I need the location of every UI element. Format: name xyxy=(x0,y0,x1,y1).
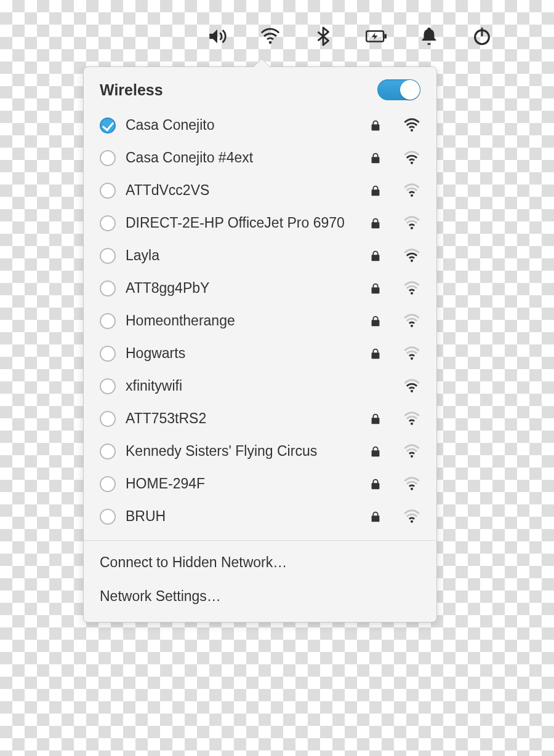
popover-pointer xyxy=(254,59,270,67)
lock-icon xyxy=(369,314,382,328)
signal-icon xyxy=(403,183,420,197)
svg-point-6 xyxy=(411,162,413,164)
signal-icon xyxy=(403,118,420,132)
svg-point-5 xyxy=(411,129,413,132)
lock-icon xyxy=(369,184,382,197)
radio-icon[interactable] xyxy=(100,248,116,264)
signal-icon xyxy=(403,151,420,165)
radio-icon[interactable] xyxy=(100,183,116,199)
svg-rect-2 xyxy=(384,34,387,38)
network-row[interactable]: Homeontherange xyxy=(84,304,436,337)
signal-icon xyxy=(403,477,420,491)
connect-hidden-network[interactable]: Connect to Hidden Network… xyxy=(84,546,436,579)
svg-point-0 xyxy=(269,41,272,44)
network-row[interactable]: ATTdVcc2VS xyxy=(84,174,436,207)
svg-point-11 xyxy=(411,325,413,327)
network-list: Casa ConejitoCasa Conejito #4extATTdVcc2… xyxy=(84,106,436,539)
network-row[interactable]: Casa Conejito #4ext xyxy=(84,141,436,174)
bluetooth-icon[interactable] xyxy=(313,26,334,47)
network-ssid: Casa Conejito #4ext xyxy=(126,149,359,166)
network-ssid: ATTdVcc2VS xyxy=(126,182,359,199)
svg-point-17 xyxy=(411,520,413,523)
svg-point-12 xyxy=(411,357,413,360)
network-ssid: Layla xyxy=(126,247,359,264)
lock-icon xyxy=(369,347,382,360)
network-settings[interactable]: Network Settings… xyxy=(84,579,436,613)
svg-point-7 xyxy=(411,194,413,197)
svg-point-8 xyxy=(411,227,413,229)
lock-icon xyxy=(369,412,382,426)
radio-icon[interactable] xyxy=(100,476,116,492)
network-ssid: Casa Conejito xyxy=(126,117,359,133)
svg-point-9 xyxy=(411,260,413,262)
network-row[interactable]: HOME-294F xyxy=(84,468,436,500)
network-row[interactable]: BRUH xyxy=(84,500,436,533)
lock-icon xyxy=(369,151,382,165)
radio-icon[interactable] xyxy=(100,281,116,296)
network-row[interactable]: Casa Conejito xyxy=(84,109,436,141)
lock-icon xyxy=(369,510,382,523)
svg-point-13 xyxy=(411,390,413,392)
signal-icon xyxy=(403,216,420,230)
network-row[interactable]: xfinitywifi xyxy=(84,370,436,402)
network-ssid: ATT8gg4PbY xyxy=(126,280,359,296)
radio-icon[interactable] xyxy=(100,509,116,525)
svg-point-10 xyxy=(411,292,413,295)
lock-icon xyxy=(369,119,382,132)
toggle-knob xyxy=(400,80,420,100)
radio-icon[interactable] xyxy=(100,346,116,362)
signal-icon xyxy=(403,281,420,295)
radio-icon[interactable] xyxy=(100,411,116,427)
signal-icon xyxy=(403,412,420,426)
signal-icon xyxy=(403,444,420,458)
network-ssid: ATT753tRS2 xyxy=(126,410,359,427)
lock-icon xyxy=(369,217,382,230)
signal-icon xyxy=(403,249,420,263)
lock-icon xyxy=(369,477,382,491)
radio-icon[interactable] xyxy=(100,378,116,394)
wireless-toggle[interactable] xyxy=(377,79,420,100)
radio-icon[interactable] xyxy=(100,444,116,460)
signal-icon xyxy=(403,379,420,393)
network-ssid: Homeontherange xyxy=(126,312,359,329)
network-row[interactable]: ATT8gg4PbY xyxy=(84,272,436,304)
power-icon[interactable] xyxy=(472,26,492,47)
network-row[interactable]: Layla xyxy=(84,239,436,272)
network-row[interactable]: ATT753tRS2 xyxy=(84,402,436,435)
radio-icon[interactable] xyxy=(100,313,116,329)
radio-icon[interactable] xyxy=(100,215,116,231)
network-row[interactable]: DIRECT-2E-HP OfficeJet Pro 6970 xyxy=(84,207,436,239)
wifi-icon[interactable] xyxy=(260,26,281,47)
popover-footer: Connect to Hidden Network… Network Setti… xyxy=(84,541,436,622)
network-ssid: BRUH xyxy=(126,508,359,525)
svg-point-14 xyxy=(411,423,413,425)
network-ssid: xfinitywifi xyxy=(126,378,359,394)
wireless-title: Wireless xyxy=(100,81,163,99)
radio-icon[interactable] xyxy=(100,150,116,166)
network-row[interactable]: Hogwarts xyxy=(84,337,436,370)
svg-rect-4 xyxy=(481,28,483,36)
wifi-popover: Wireless Casa ConejitoCasa Conejito #4ex… xyxy=(83,66,437,623)
svg-point-16 xyxy=(411,488,413,490)
network-ssid: Kennedy Sisters' Flying Circus xyxy=(126,443,359,460)
bell-icon[interactable] xyxy=(419,26,440,47)
lock-icon xyxy=(369,249,382,263)
radio-selected-icon[interactable] xyxy=(100,117,116,133)
volume-icon[interactable] xyxy=(207,26,228,47)
network-row[interactable]: Kennedy Sisters' Flying Circus xyxy=(84,435,436,468)
signal-icon xyxy=(403,314,420,328)
lock-icon xyxy=(369,282,382,295)
network-ssid: Hogwarts xyxy=(126,345,359,362)
lock-icon xyxy=(369,445,382,458)
svg-point-15 xyxy=(411,455,413,458)
system-tray xyxy=(207,26,492,47)
popover-header: Wireless xyxy=(84,67,436,106)
battery-icon[interactable] xyxy=(366,26,387,47)
signal-icon xyxy=(403,509,420,523)
network-ssid: DIRECT-2E-HP OfficeJet Pro 6970 xyxy=(126,215,359,231)
network-ssid: HOME-294F xyxy=(126,475,359,492)
signal-icon xyxy=(403,346,420,360)
